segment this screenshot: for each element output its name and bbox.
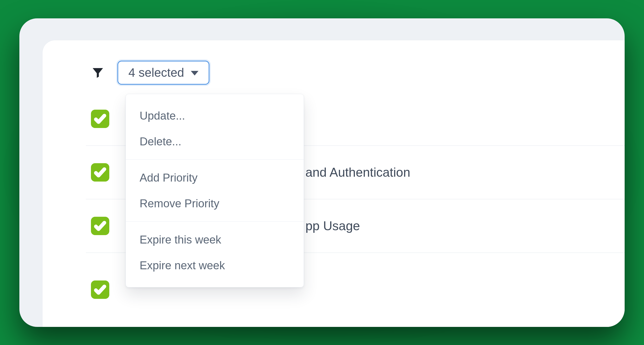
bulk-select-label: 4 selected	[128, 67, 184, 79]
menu-item-add-priority[interactable]: Add Priority	[126, 165, 304, 190]
menu-item-expire-this-week[interactable]: Expire this week	[126, 227, 304, 252]
menu-item-update[interactable]: Update...	[126, 103, 304, 129]
checkbox-checked[interactable]	[91, 163, 109, 182]
bulk-actions-menu: Update... Delete... Add Priority Remove …	[126, 94, 304, 287]
filter-icon[interactable]	[91, 66, 105, 80]
menu-item-remove-priority[interactable]: Remove Priority	[126, 190, 304, 216]
checkbox-checked[interactable]	[91, 217, 109, 235]
bulk-select-dropdown[interactable]: 4 selected	[117, 61, 209, 85]
menu-item-delete[interactable]: Delete...	[126, 129, 304, 154]
content-card: 4 selected and Authentication	[42, 40, 625, 327]
outer-panel: 4 selected and Authentication	[19, 18, 625, 327]
checkbox-checked[interactable]	[91, 280, 109, 299]
chevron-down-icon	[191, 71, 198, 75]
toolbar: 4 selected	[43, 40, 625, 92]
checkbox-checked[interactable]	[91, 110, 109, 128]
menu-item-expire-next-week[interactable]: Expire next week	[126, 252, 304, 278]
